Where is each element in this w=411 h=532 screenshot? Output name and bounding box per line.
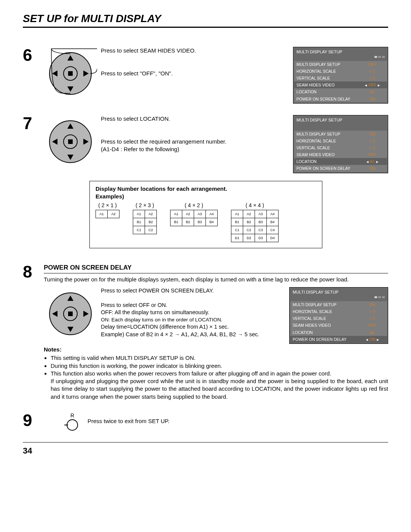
osd-menu: MULTI DISPLAY SETUP MULTI DISPLAY SETUPO… xyxy=(289,287,388,344)
svg-rect-9 xyxy=(68,139,73,144)
instruction-text: Press to select LOCATION. xyxy=(101,115,289,123)
instruction-text: Delay time=LOCATION (difference from A1)… xyxy=(101,323,285,331)
note-item: This function also works when the power … xyxy=(51,370,388,401)
step-number: 6 xyxy=(23,47,44,64)
arrangement-grid: ( 2 × 3 )A1A2B1B2C1C2 xyxy=(133,202,157,234)
instruction-text: Press to select "OFF", "ON". xyxy=(101,70,289,77)
osd-menu: MULTI DISPLAY SETUP MULTI DISPLAY SETUPO… xyxy=(293,115,388,173)
note-item: This setting is valid when MULTI DISPLAY… xyxy=(51,354,388,362)
step-number: 9 xyxy=(23,412,44,429)
osd-menu: MULTI DISPLAY SETUP MULTI DISPLAY SETUPO… xyxy=(293,47,388,104)
section-heading: POWER ON SCREEN DELAY xyxy=(44,264,388,273)
r-button-icon xyxy=(67,419,78,431)
note-item: During this function is working, the pow… xyxy=(51,362,388,370)
instruction-text: Example) Case of B2 in 4 × 2 → A1, A2, A… xyxy=(101,331,285,339)
dpad-icon xyxy=(44,115,97,165)
arrangement-grid: ( 4 × 2 )A1A2A3A4B1B2B3B4 xyxy=(170,202,218,226)
footer-divider xyxy=(23,442,388,443)
instruction-text: Press to select OFF or ON. xyxy=(101,302,285,309)
page-title: SET UP for MULTI DISPLAY xyxy=(23,11,388,28)
instruction-text: ON: Each display turns on in the order o… xyxy=(101,316,285,323)
arrangement-grid: ( 2 × 1 )A1A2 xyxy=(96,202,119,218)
instruction-text: Press to select POWER ON SCREEN DELAY. xyxy=(101,287,285,295)
step-7: 7 Press to select LOCATION. Press to sel… xyxy=(23,115,388,252)
instruction-text: Press to select the required arrangement… xyxy=(101,138,226,145)
examples-box: Display Number locations for each arrang… xyxy=(89,181,322,248)
r-label: R xyxy=(67,412,78,419)
step-6: 6 Press to select SEAM H xyxy=(23,47,388,104)
notes-heading: Notes: xyxy=(44,346,62,353)
arrangement-grid: ( 4 × 4 )A1A2A3A4B1B2B3B4C1C2C3C4D1D2D3D… xyxy=(231,202,279,242)
dpad-icon xyxy=(44,47,97,96)
intro-text: Turning the power on for the multiple di… xyxy=(44,276,388,283)
instruction-text: (A1-D4 : Refer to the following) xyxy=(101,146,179,152)
step-8: 8 POWER ON SCREEN DELAY Turning the powe… xyxy=(23,264,388,401)
dpad-icon xyxy=(44,287,97,337)
page-number: 34 xyxy=(23,445,388,457)
step-number: 8 xyxy=(23,264,44,280)
step-9: 9 R Press twice to exit from SET UP. xyxy=(23,412,388,431)
svg-rect-16 xyxy=(68,312,73,316)
instruction-text: Press to select SEAM HIDES VIDEO. xyxy=(101,47,289,54)
instruction-text: OFF: All the display turns on simultaneo… xyxy=(101,309,285,316)
svg-rect-2 xyxy=(68,71,73,76)
instruction-text: Press twice to exit from SET UP. xyxy=(88,417,169,425)
step-number: 7 xyxy=(23,115,44,132)
